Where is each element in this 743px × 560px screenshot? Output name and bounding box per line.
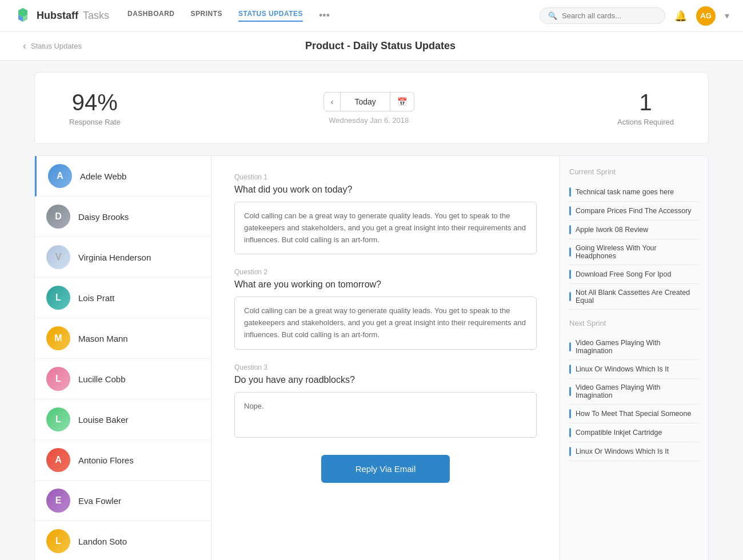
question-3-text: Do you have any roadblocks? <box>234 375 537 385</box>
sidebar-name: Daisy Brooks <box>78 212 129 222</box>
sprint-item[interactable]: How To Meet That Special Someone <box>569 405 699 423</box>
sidebar-name: Mason Mann <box>78 334 128 343</box>
sidebar-item-lucille-cobb[interactable]: L Lucille Cobb <box>35 359 211 399</box>
sprint-item[interactable]: Technical task name goes here <box>569 183 699 202</box>
breadcrumb-link[interactable]: Status Updates <box>31 42 82 50</box>
answer-2-box: Cold calling can be a great way to gener… <box>234 297 537 349</box>
sidebar-item-antonio-flores[interactable]: A Antonio Flores <box>35 440 211 481</box>
question-2-block: Question 2 What are you working on tomor… <box>234 268 537 349</box>
sprint-item[interactable]: Download Free Song For Ipod <box>569 265 699 284</box>
sprint-item-label: Going Wireless With Your Headphones <box>576 244 699 260</box>
sidebar-item-adele-webb[interactable]: A Adele Webb <box>35 156 211 197</box>
nav-status-updates[interactable]: STATUS UPDATES <box>238 10 303 22</box>
sprint-bar-icon <box>569 365 571 374</box>
avatar-louise-baker: L <box>46 407 70 431</box>
sprint-item[interactable]: Video Games Playing With Imagination <box>569 334 699 360</box>
answer-1-box: Cold calling can be a great way to gener… <box>234 202 537 254</box>
question-2-label: Question 2 <box>234 268 537 276</box>
sidebar-item-daisy-brooks[interactable]: D Daisy Brooks <box>35 197 211 237</box>
avatar-mason-mann: M <box>46 326 70 350</box>
today-button[interactable]: Today <box>341 92 389 111</box>
sprint-bar-icon <box>569 225 571 234</box>
sidebar-item-louise-baker[interactable]: L Louise Baker <box>35 399 211 440</box>
logo-tasks: Tasks <box>83 10 109 22</box>
search-bar[interactable]: 🔍 <box>540 7 665 24</box>
sidebar-item-landon-soto[interactable]: L Landon Soto <box>35 521 211 560</box>
sprint-item-label: Technical task name goes here <box>576 188 674 196</box>
user-avatar[interactable]: AG <box>696 6 716 26</box>
hubstaff-logo-icon <box>14 7 32 25</box>
next-sprint-list: Video Games Playing With Imagination Lin… <box>569 334 699 461</box>
response-rate-value: 94% <box>69 90 121 115</box>
sprint-item-label: Compare Prices Find The Accessory <box>576 207 692 215</box>
search-input[interactable] <box>562 11 653 20</box>
avatar-eva-fowler: E <box>46 489 70 513</box>
sprint-item[interactable]: Linux Or Windows Which Is It <box>569 360 699 379</box>
sprint-bar-icon <box>569 206 571 215</box>
next-sprint-title: Next Sprint <box>569 319 699 327</box>
sidebar-item-virginia-henderson[interactable]: V Virginia Henderson <box>35 237 211 278</box>
prev-date-button[interactable]: ‹ <box>323 92 341 111</box>
sprint-item[interactable]: Not All Blank Cassettes Are Created Equa… <box>569 284 699 310</box>
nav-sprints[interactable]: SPRINTS <box>191 10 223 22</box>
notification-bell-icon[interactable]: 🔔 <box>674 10 687 22</box>
breadcrumb: ‹ Status Updates Product - Daily Status … <box>0 32 743 61</box>
date-subtitle: Wednesday Jan 6, 2018 <box>329 116 409 125</box>
sprint-item-label: How To Meet That Special Someone <box>576 410 691 418</box>
sprint-item[interactable]: Going Wireless With Your Headphones <box>569 239 699 265</box>
sprint-bar-icon <box>569 387 571 396</box>
reply-via-email-button[interactable]: Reply Via Email <box>321 455 450 483</box>
sprint-bar-icon <box>569 342 571 351</box>
sidebar-name: Antonio Flores <box>78 455 134 465</box>
question-1-label: Question 1 <box>234 173 537 181</box>
sidebar-name: Louise Baker <box>78 415 129 425</box>
navbar: Hubstaff Tasks DASHBOARD SPRINTS STATUS … <box>0 0 743 32</box>
actions-value: 1 <box>617 90 674 115</box>
sprint-item[interactable]: Compatible Inkjet Cartridge <box>569 423 699 442</box>
sprint-item-label: Download Free Song For Ipod <box>576 270 671 278</box>
sprint-item-label: Compatible Inkjet Cartridge <box>576 429 662 437</box>
sprint-bar-icon <box>569 247 571 257</box>
sidebar-name: Virginia Henderson <box>78 253 151 262</box>
sidebar-name: Lucille Cobb <box>78 374 126 384</box>
sprint-item[interactable]: Compare Prices Find The Accessory <box>569 202 699 221</box>
date-navigator: ‹ Today 📅 Wednesday Jan 6, 2018 <box>323 92 414 125</box>
sprint-item[interactable]: Linux Or Windows Which Is It <box>569 442 699 461</box>
nav-dashboard[interactable]: DASHBOARD <box>127 10 175 22</box>
logo[interactable]: Hubstaff Tasks <box>14 7 109 25</box>
sprint-item-label: Video Games Playing With Imagination <box>576 339 699 355</box>
sprint-bar-icon <box>569 428 571 437</box>
back-arrow-icon[interactable]: ‹ <box>23 40 26 52</box>
question-2-text: What are you working on tomorrow? <box>234 279 537 290</box>
search-icon: 🔍 <box>548 11 557 20</box>
actions-block: 1 Actions Required <box>617 90 674 126</box>
chevron-down-icon[interactable]: ▾ <box>725 10 729 21</box>
sprint-bar-icon <box>569 447 571 456</box>
more-options-icon[interactable]: ••• <box>319 10 330 22</box>
avatar-lois-pratt: L <box>46 286 70 310</box>
reply-button-wrap: Reply Via Email <box>234 455 537 483</box>
avatar-virginia-henderson: V <box>46 245 70 269</box>
sprint-item[interactable]: Apple Iwork 08 Review <box>569 221 699 239</box>
sidebar-item-eva-fowler[interactable]: E Eva Fowler <box>35 481 211 521</box>
sprint-item[interactable]: Video Games Playing With Imagination <box>569 379 699 405</box>
response-rate-block: 94% Response Rate <box>69 90 121 126</box>
sprint-item-label: Linux Or Windows Which Is It <box>576 447 669 455</box>
question-3-label: Question 3 <box>234 363 537 371</box>
stats-bar: 94% Response Rate ‹ Today 📅 Wednesday Ja… <box>34 72 709 144</box>
sidebar-item-mason-mann[interactable]: M Mason Mann <box>35 318 211 359</box>
main-layout: A Adele Webb D Daisy Brooks V Virginia H… <box>34 155 709 560</box>
sprint-bar-icon <box>569 270 571 279</box>
question-1-text: What did you work on today? <box>234 185 537 195</box>
sidebar-name: Lois Pratt <box>78 293 114 303</box>
question-3-block: Question 3 Do you have any roadblocks? N… <box>234 363 537 438</box>
sprint-bar-icon <box>569 187 571 197</box>
sprint-bar-icon <box>569 292 571 301</box>
avatar-adele-webb: A <box>48 164 72 188</box>
sidebar-name: Adele Webb <box>80 171 126 181</box>
avatar-antonio-flores: A <box>46 448 70 472</box>
current-sprint-list: Technical task name goes here Compare Pr… <box>569 183 699 310</box>
sprint-item-label: Linux Or Windows Which Is It <box>576 365 669 373</box>
sidebar-item-lois-pratt[interactable]: L Lois Pratt <box>35 278 211 318</box>
calendar-button[interactable]: 📅 <box>390 92 414 111</box>
